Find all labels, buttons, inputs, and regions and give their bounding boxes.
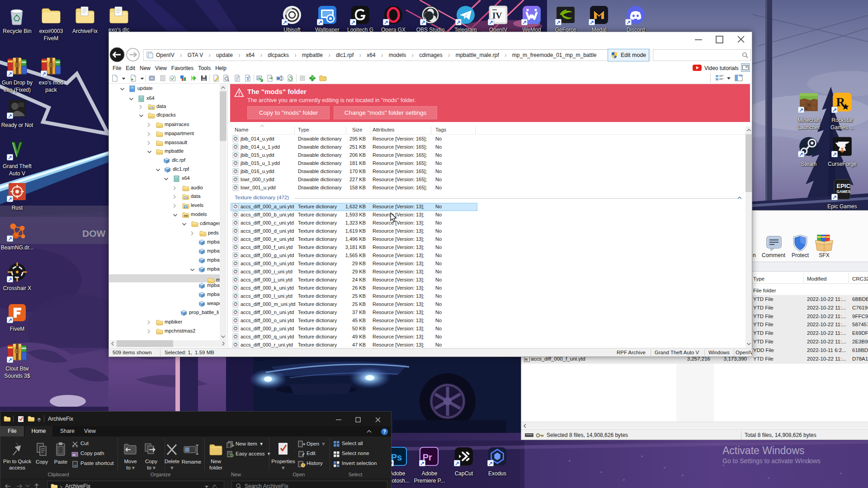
svg-text:w: w: [72, 453, 75, 456]
svg-text:N: N: [525, 357, 528, 361]
svg-text:GAMES: GAMES: [836, 189, 850, 194]
svg-text:DOW: DOW: [82, 228, 106, 239]
svg-text:T: T: [246, 76, 250, 81]
svg-text:EPIC: EPIC: [836, 183, 850, 189]
